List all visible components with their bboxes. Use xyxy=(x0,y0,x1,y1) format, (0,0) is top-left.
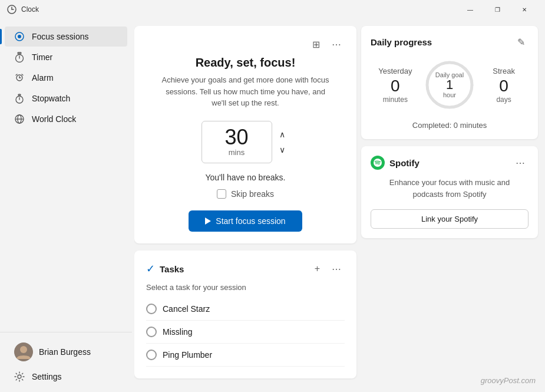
spotify-card: Spotify ⋯ Enhance your focus with music … xyxy=(361,146,538,238)
main-content: ⊞ ⋯ Ready, set, focus! Achieve your goal… xyxy=(132,19,545,392)
streak-label: Streak xyxy=(479,67,529,75)
stat-yesterday: Yesterday 0 minutes xyxy=(371,67,420,104)
task-radio-1[interactable] xyxy=(146,327,157,337)
task-radio-0[interactable] xyxy=(146,304,157,314)
svg-point-4 xyxy=(18,35,21,38)
completed-text: Completed: 0 minutes xyxy=(371,121,529,130)
start-button-label: Start focus session xyxy=(216,216,285,226)
circle-value: 1 xyxy=(435,78,464,91)
right-panel: Daily progress ✎ Yesterday 0 minutes xyxy=(361,26,538,385)
time-unit: mins xyxy=(229,148,245,157)
spotify-logo xyxy=(371,156,385,170)
yesterday-unit: minutes xyxy=(371,95,420,104)
more-options-button[interactable]: ⋯ xyxy=(328,38,345,51)
app-body: Focus sessions Timer xyxy=(0,19,545,392)
tasks-subtitle: Select a task for your session xyxy=(146,283,345,292)
watermark: groovyPost.com xyxy=(481,376,536,385)
time-arrows: ∧ ∨ xyxy=(275,127,290,157)
settings-icon xyxy=(14,371,25,382)
sidebar-label-world-clock: World Clock xyxy=(32,114,76,124)
tasks-header: ✓ Tasks + ⋯ xyxy=(146,262,345,276)
center-panel: ⊞ ⋯ Ready, set, focus! Achieve your goal… xyxy=(134,26,361,385)
timer-icon xyxy=(14,52,25,62)
progress-title: Daily progress xyxy=(371,37,432,47)
play-icon xyxy=(205,218,211,225)
focus-card-header: ⊞ ⋯ xyxy=(146,38,345,51)
spotify-more-button[interactable]: ⋯ xyxy=(512,156,529,170)
focus-title: Ready, set, focus! xyxy=(146,56,345,70)
progress-stats: Yesterday 0 minutes Daily goal 1 xyxy=(371,58,529,111)
tasks-title: Tasks xyxy=(160,264,306,274)
task-label-2: Ping Plumber xyxy=(163,350,212,360)
svg-point-18 xyxy=(18,375,21,378)
sidebar-label-settings: Settings xyxy=(32,372,62,381)
close-button[interactable]: ✕ xyxy=(511,0,538,19)
titlebar-app-name: Clock xyxy=(7,5,39,14)
task-item-0[interactable]: Cancel Starz xyxy=(146,298,345,321)
task-radio-2[interactable] xyxy=(146,350,157,360)
alarm-icon xyxy=(14,73,25,83)
maximize-button[interactable]: ❐ xyxy=(484,0,511,19)
daily-progress-card: Daily progress ✎ Yesterday 0 minutes xyxy=(361,26,538,139)
focus-card: ⊞ ⋯ Ready, set, focus! Achieve your goal… xyxy=(134,26,356,243)
time-picker: 30 mins ∧ ∨ xyxy=(146,121,345,163)
sidebar-label-timer: Timer xyxy=(32,52,52,62)
sidebar-item-stopwatch[interactable]: Stopwatch xyxy=(5,88,127,108)
sidebar-bottom: Brian Burgess Settings xyxy=(0,332,132,387)
yesterday-label: Yesterday xyxy=(371,67,420,75)
sidebar-item-settings[interactable]: Settings xyxy=(5,367,127,387)
progress-edit-button[interactable]: ✎ xyxy=(514,35,529,49)
circle-unit: hour xyxy=(435,91,464,98)
skip-breaks-label: Skip breaks xyxy=(231,189,274,199)
sidebar-item-world-clock[interactable]: World Clock xyxy=(5,109,127,129)
time-up-button[interactable]: ∧ xyxy=(275,127,290,141)
avatar xyxy=(14,342,33,361)
circle-inner: Daily goal 1 hour xyxy=(435,71,464,98)
grid-icon-button[interactable]: ⊞ xyxy=(309,38,323,51)
skip-breaks-checkbox[interactable] xyxy=(217,189,226,199)
tasks-check-icon: ✓ xyxy=(146,262,155,275)
svg-point-17 xyxy=(20,346,27,353)
progress-header: Daily progress ✎ xyxy=(371,35,529,49)
streak-unit: days xyxy=(479,95,529,104)
stat-streak: Streak 0 days xyxy=(479,67,529,104)
start-focus-session-button[interactable]: Start focus session xyxy=(189,210,302,232)
link-spotify-button[interactable]: Link your Spotify xyxy=(371,209,529,229)
time-display: 30 mins xyxy=(202,121,272,163)
minimize-button[interactable]: — xyxy=(457,0,484,19)
spotify-header: Spotify ⋯ xyxy=(371,156,529,170)
task-label-1: Missling xyxy=(163,327,193,337)
skip-breaks-row: Skip breaks xyxy=(146,189,345,199)
stopwatch-icon xyxy=(14,93,25,104)
window-controls: — ❐ ✕ xyxy=(457,0,538,19)
sidebar-label-stopwatch: Stopwatch xyxy=(32,94,70,103)
user-name: Brian Burgess xyxy=(39,347,91,357)
user-profile[interactable]: Brian Burgess xyxy=(5,338,127,366)
spotify-description: Enhance your focus with music and podcas… xyxy=(371,177,529,200)
streak-value: 0 xyxy=(479,78,529,94)
yesterday-value: 0 xyxy=(371,78,420,94)
focus-description: Achieve your goals and get more done wit… xyxy=(146,74,345,109)
world-clock-icon xyxy=(14,114,25,124)
tasks-add-button[interactable]: + xyxy=(311,262,323,275)
sidebar-item-focus-sessions[interactable]: Focus sessions xyxy=(5,27,127,47)
spotify-name: Spotify xyxy=(389,158,507,168)
breaks-text: You'll have no breaks. xyxy=(146,173,345,182)
tasks-more-button[interactable]: ⋯ xyxy=(328,262,345,276)
tasks-card: ✓ Tasks + ⋯ Select a task for your sessi… xyxy=(134,251,356,378)
task-item-1[interactable]: Missling xyxy=(146,321,345,344)
task-item-2[interactable]: Ping Plumber xyxy=(146,344,345,367)
time-down-button[interactable]: ∨ xyxy=(275,143,290,157)
sidebar-label-focus-sessions: Focus sessions xyxy=(32,32,88,41)
focus-icon xyxy=(14,31,25,42)
svg-rect-5 xyxy=(18,52,21,54)
sidebar-label-alarm: Alarm xyxy=(32,73,54,83)
sidebar-item-alarm[interactable]: Alarm xyxy=(5,68,127,88)
titlebar: Clock — ❐ ✕ xyxy=(0,0,545,19)
sidebar-item-timer[interactable]: Timer xyxy=(5,47,127,67)
task-label-0: Cancel Starz xyxy=(163,304,210,314)
sidebar: Focus sessions Timer xyxy=(0,19,132,392)
clock-icon xyxy=(7,5,16,14)
time-value: 30 xyxy=(224,127,248,148)
daily-goal-circle: Daily goal 1 hour xyxy=(420,58,480,111)
